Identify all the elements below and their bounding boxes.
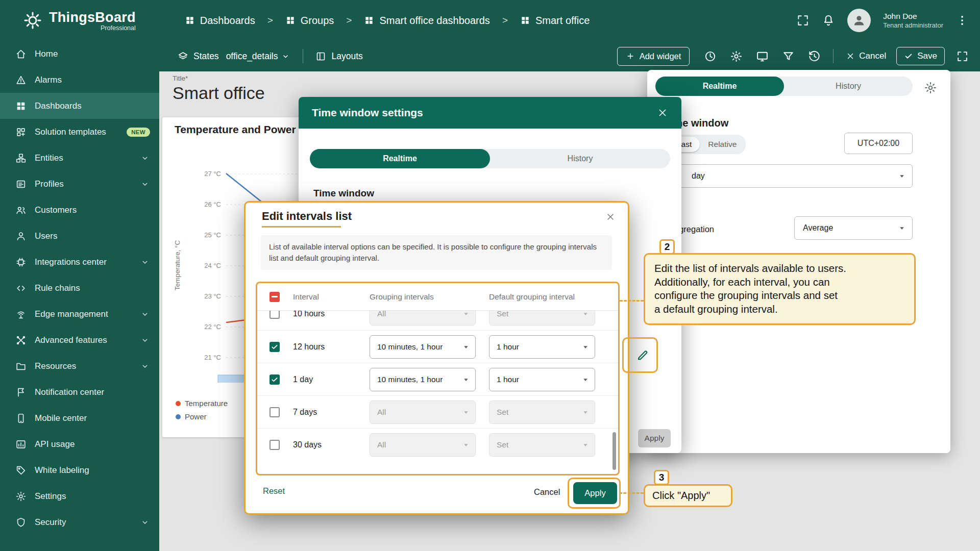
sidebar-item-solution-templates[interactable]: Solution templates NEW bbox=[0, 119, 159, 145]
sidebar-item-label: Resources bbox=[35, 361, 76, 371]
sidebar-item-white-labeling[interactable]: White labeling bbox=[0, 457, 159, 483]
breadcrumb-groups[interactable]: Groups bbox=[285, 15, 334, 27]
interval-checkbox[interactable] bbox=[270, 440, 280, 450]
sidebar-item-label: Settings bbox=[35, 491, 66, 502]
interval-checkbox[interactable] bbox=[270, 374, 280, 385]
sidebar-item-entities[interactable]: Entities bbox=[0, 145, 159, 171]
chevron-down-icon bbox=[140, 517, 150, 528]
table-row-30-days: 30 days All Set bbox=[257, 428, 618, 461]
version-history-icon[interactable] bbox=[808, 50, 821, 63]
states-value-dropdown[interactable]: office_details bbox=[226, 51, 291, 62]
default-grouping-select[interactable]: 1 hour bbox=[489, 368, 595, 391]
dashboard-title[interactable]: Smart office bbox=[173, 83, 265, 103]
select-value: Set bbox=[497, 311, 508, 318]
table-scroll-area[interactable]: 10 hours All Set 12 hours 10 minutes, 1 … bbox=[257, 311, 618, 474]
chevron-down-icon bbox=[140, 361, 150, 371]
interval-checkbox[interactable] bbox=[270, 342, 280, 352]
sidebar: Home Alarms Dashboards Solution template… bbox=[0, 41, 159, 551]
grid-icon bbox=[185, 15, 195, 26]
sidebar-item-advanced-features[interactable]: Advanced features bbox=[0, 327, 159, 353]
edit-intervals-modal: Edit intervals list List of available in… bbox=[244, 201, 629, 515]
save-dashboard-button[interactable]: Save bbox=[896, 47, 945, 65]
tab-history[interactable]: History bbox=[490, 149, 670, 168]
users-icon bbox=[15, 231, 27, 242]
annotation-highlight-pencil bbox=[622, 337, 658, 373]
timezone-button[interactable]: UTC+02:00 bbox=[844, 133, 913, 154]
sidebar-item-alarms[interactable]: Alarms bbox=[0, 67, 159, 93]
kebab-menu-icon[interactable] bbox=[955, 14, 969, 27]
sidebar-item-resources[interactable]: Resources bbox=[0, 353, 159, 379]
modal-apply-button[interactable]: Apply bbox=[638, 429, 671, 447]
sidebar-item-dashboards[interactable]: Dashboards bbox=[0, 93, 159, 119]
dashboard-settings-icon[interactable] bbox=[730, 50, 743, 63]
interval-select[interactable]: day bbox=[657, 164, 913, 188]
sidebar-item-edge-management[interactable]: Edge management bbox=[0, 301, 159, 327]
table-header-row: Interval Grouping intervals Default grou… bbox=[257, 283, 618, 311]
sidebar-item-settings[interactable]: Settings bbox=[0, 483, 159, 509]
home-icon bbox=[15, 48, 27, 60]
cancel-button[interactable]: Cancel bbox=[534, 487, 560, 497]
user-info: John Doe Tenant administrator bbox=[883, 11, 943, 30]
interval-checkbox[interactable] bbox=[270, 311, 280, 319]
notifications-bell-icon[interactable] bbox=[822, 14, 835, 27]
add-widget-button[interactable]: Add widget bbox=[617, 47, 690, 66]
fullscreen-icon[interactable] bbox=[956, 50, 969, 63]
select-all-checkbox[interactable] bbox=[270, 292, 280, 302]
caret-down-icon bbox=[580, 407, 591, 417]
close-icon[interactable] bbox=[657, 107, 668, 118]
sidebar-item-users[interactable]: Users bbox=[0, 223, 159, 249]
breadcrumb-smart-office[interactable]: Smart office bbox=[520, 15, 590, 27]
breadcrumb-dashboards[interactable]: Dashboards bbox=[185, 15, 255, 27]
logo[interactable]: ThingsBoard Professional bbox=[22, 10, 136, 32]
sidebar-item-api-usage[interactable]: API usage bbox=[0, 431, 159, 457]
legend-item-temperature[interactable]: Temperature bbox=[176, 399, 228, 408]
sidebar-item-mobile-center[interactable]: Mobile center bbox=[0, 405, 159, 431]
chevron-down-icon bbox=[140, 335, 150, 345]
tab-history[interactable]: History bbox=[784, 77, 913, 96]
scrollbar-thumb[interactable] bbox=[612, 432, 616, 470]
close-icon[interactable] bbox=[605, 212, 616, 222]
select-value: All bbox=[377, 311, 386, 318]
filter-icon[interactable] bbox=[782, 50, 795, 63]
select-value: 1 hour bbox=[497, 342, 519, 352]
profiles-icon bbox=[15, 179, 27, 190]
caret-down-icon bbox=[461, 440, 471, 450]
fullscreen-icon[interactable] bbox=[796, 14, 810, 27]
annotation-text-line: Edit the list of intervals available to … bbox=[654, 262, 905, 276]
legend-item-power[interactable]: Power bbox=[176, 412, 228, 421]
time-window-icon[interactable] bbox=[704, 50, 717, 63]
states-selector[interactable]: States bbox=[178, 51, 219, 62]
select-value: Set bbox=[497, 408, 508, 417]
grouping-intervals-select[interactable]: 10 minutes, 1 hour bbox=[370, 335, 476, 359]
plus-icon bbox=[626, 52, 635, 61]
sidebar-item-label: White labeling bbox=[35, 465, 89, 475]
cancel-edit-button[interactable]: Cancel bbox=[846, 51, 886, 61]
tab-realtime[interactable]: Realtime bbox=[310, 149, 490, 168]
toolbar-divider bbox=[833, 49, 834, 63]
interval-checkbox[interactable] bbox=[270, 407, 280, 417]
chart-icon bbox=[15, 439, 27, 450]
layouts-button[interactable]: Layouts bbox=[315, 51, 362, 62]
sidebar-item-home[interactable]: Home bbox=[0, 41, 159, 67]
sidebar-item-notification-center[interactable]: Notification center bbox=[0, 379, 159, 405]
grouping-intervals-select[interactable]: 10 minutes, 1 hour bbox=[370, 368, 476, 391]
caret-down-icon bbox=[580, 374, 591, 385]
default-grouping-select: Set bbox=[489, 311, 595, 325]
aggregation-select[interactable]: Average bbox=[794, 216, 913, 240]
avatar[interactable] bbox=[847, 9, 871, 32]
toggle-relative[interactable]: Relative bbox=[700, 137, 745, 152]
phone-icon bbox=[15, 413, 27, 424]
sidebar-item-integrations-center[interactable]: Integrations center bbox=[0, 249, 159, 275]
breadcrumb-smart-office-dashboards[interactable]: Smart office dashboards bbox=[364, 15, 489, 27]
caret-down-icon bbox=[580, 342, 591, 352]
reset-button[interactable]: Reset bbox=[263, 486, 285, 496]
sidebar-item-label: Entities bbox=[35, 153, 63, 163]
gear-icon[interactable] bbox=[924, 81, 937, 94]
sidebar-item-label: Customers bbox=[35, 205, 77, 215]
sidebar-item-rule-chains[interactable]: Rule chains bbox=[0, 275, 159, 301]
sidebar-item-customers[interactable]: Customers bbox=[0, 197, 159, 223]
manage-layouts-icon[interactable] bbox=[756, 50, 769, 63]
default-grouping-select[interactable]: 1 hour bbox=[489, 335, 595, 359]
tab-realtime[interactable]: Realtime bbox=[655, 77, 784, 96]
sidebar-item-security[interactable]: Security bbox=[0, 509, 159, 535]
